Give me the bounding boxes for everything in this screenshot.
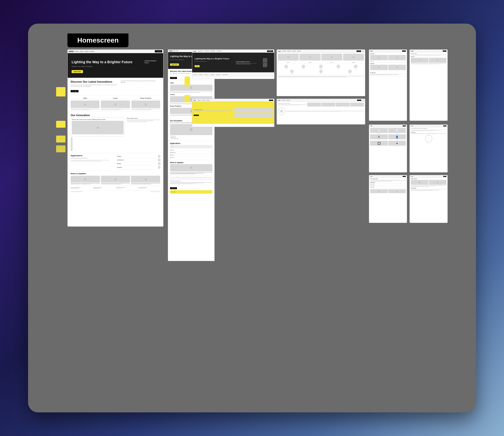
nw3-icon3: 🔲 [370,141,388,146]
nw1-products: Buy Pink ⊠ ⊠ 2 in Stock LEDs Mk ⊠ ⊠ [369,52,407,72]
nw2-content: Menu Navigation Buy Pink ⊠ ⊠ [410,52,447,65]
bw1-content: Lorem ipsum dolor Specifications Item 1:… [369,178,407,194]
mobile-hero-cta[interactable]: Explore Now [170,63,179,66]
wide-desktop-wireframe: Logo Contact Us Lighting the Way to a Br… [192,49,274,79]
product-search-icon[interactable] [362,50,364,52]
innovation-title: Our Innovation [71,114,160,117]
discover-section: Discover Our Latest Innovations Lorem ip… [68,78,163,95]
icon-1 [284,65,288,68]
sticky-note-5 [185,77,190,86]
narrow-wf-3: Logo Contact 📄 Graphics Files 📄 [369,125,407,172]
pg-2: ⊠ [299,54,320,61]
sr1-btn[interactable]: Contact [269,100,273,101]
mobile-learn-more[interactable]: Learn More [170,77,177,79]
applications-section: Applications Lorem ipsum dolor sit amet … [68,153,163,171]
power-img [131,101,160,108]
sr2-search-icon[interactable] [362,99,364,101]
nw4-circle: ○ [425,135,432,142]
narrow-wf-4: Logo Contact Lorem ipsum dolor sit amet … [410,125,448,172]
tablet-container: Homescreen Contact Us Lighting the Way t… [28,24,476,412]
app-industrial[interactable]: Industrial + [117,166,160,169]
mobile-logo [169,50,173,51]
category-leds: LEDs [71,97,99,110]
narrow-wf-2: Logo Contact Menu Navigation Buy Pink ⊠ … [410,49,448,121]
bw2-btn[interactable]: Contact [443,176,446,177]
nw2-btn[interactable]: Contact [443,50,446,52]
sticky-note-6 [185,95,190,102]
sr2-img3 [336,103,350,107]
wf-nav-1 [74,51,79,52]
nw4-content: Lorem ipsum dolor sit amet consectetur a… [410,127,447,144]
nw1-img3: ⊠ [370,65,388,70]
homescreen-label: Homescreen [67,33,128,47]
mobile-app-outdoor[interactable]: Outdoor+ [170,149,212,151]
hero-sub: Discover Our Latest Innovations [72,66,142,67]
news-item-1: ⊠ [71,176,100,184]
app-medical[interactable]: Medical + [117,162,160,166]
mobile-table: More detailed information below Contact … [168,176,214,196]
circle-icon [278,108,285,115]
mobile-contact-btn[interactable]: Contact Page [170,187,177,189]
product-bottom [277,75,365,78]
mobile-app-search[interactable]: Search... [170,145,212,148]
narrow-wf-1: Logo Contact Buy Pink ⊠ ⊠ 2 in Stock LED… [369,49,407,121]
bw2-img1: ⊠ [411,180,428,185]
mobile-filter[interactable]: Filter products... [170,190,212,194]
bw1-img2: ⊠ [388,189,406,193]
sr1-hero-cta[interactable]: Learn More [194,115,199,116]
icon-4 [337,65,340,68]
icon-3 [319,65,323,68]
pg-3: ⊠ [321,54,342,61]
nw3-icon2: 👤 [388,134,406,139]
large-wireframe-desktop: Contact Us Lighting the Way to a Brighte… [67,49,163,227]
wide-hero: Lighting the Way to a Brighter Future Di… [192,53,274,72]
sr1-img4 [254,113,273,117]
pg-4: ⊠ [343,54,364,61]
sr2-btn[interactable]: Contact [357,100,361,101]
app-outdoor[interactable]: Outdoor + [117,155,160,158]
hero-cta-btn[interactable]: Explore Now [72,70,83,73]
nw1-img2: ⊠ [388,55,406,60]
mobile-app-architectural[interactable]: Architectural+ [170,151,212,154]
wf-nav-3 [85,51,89,52]
wf-footer: © 2024 Company. All rights reserved. Pri… [68,186,163,193]
wf-logo [69,51,74,52]
mobile-nav-2 [176,50,178,51]
sticky-note-1 [56,87,65,96]
sr1-hero-yellow: Lorem Ipsum Dolor Learn More [192,102,274,124]
nw3-btn[interactable]: Contact [403,125,406,126]
wide-hero-cta[interactable]: Explore [195,65,200,67]
news-item-3: ⊠ [131,176,160,184]
nw3-icon1: # [370,134,388,139]
wide-cta[interactable]: Contact Us [267,50,273,52]
nw1-header: Logo Contact [369,50,407,52]
mobile-app-industrial[interactable]: Industrial+ [170,156,212,158]
mobile-news: News & Updates ⊠ [168,160,214,176]
sr2-img4 [350,103,364,107]
nw1-btn[interactable]: Contact [402,50,406,52]
app-architectural[interactable]: Architectural + [117,158,160,162]
mobile-apps: Applications Search... Outdoor+ Architec… [168,141,214,160]
bw1-btn[interactable]: Contact [403,176,406,177]
nw2-img2: ⊠ [429,58,447,63]
pg-1: ⊠ [278,54,299,61]
bw2-content: Product Details ⊠ ⊠ Technical Specs [410,178,447,192]
sr1-img1 [234,108,253,112]
second-row-wf-1: Logo Contact Lorem Ipsum Dolor Learn Mor… [192,99,274,127]
nw4-btn[interactable]: Contact [443,125,446,126]
category-power: Power Products [131,97,160,110]
second-row-wf-2: Logo Contact Lorem ipsum dolor sit amet [277,99,365,125]
mobile-app-medical[interactable]: Medical+ [170,154,212,156]
product-cta[interactable]: Contact [357,50,361,52]
nw3-icon4: ✦ [388,141,406,146]
wf-nav-header: Contact Us [68,50,163,53]
nw3-file1: 📄 [370,128,388,133]
sticky-note-4 [56,145,65,152]
nw3-header: Logo Contact [369,125,407,127]
bw2-header: Logo Contact [410,175,447,178]
lasers-img [101,101,130,108]
learn-more-btn[interactable]: Learn More [71,90,79,92]
wf-cta-btn[interactable]: Contact Us [155,50,162,52]
category-lasers: Lasers [101,97,130,110]
mobile-news-img: ⊠ [170,164,212,171]
